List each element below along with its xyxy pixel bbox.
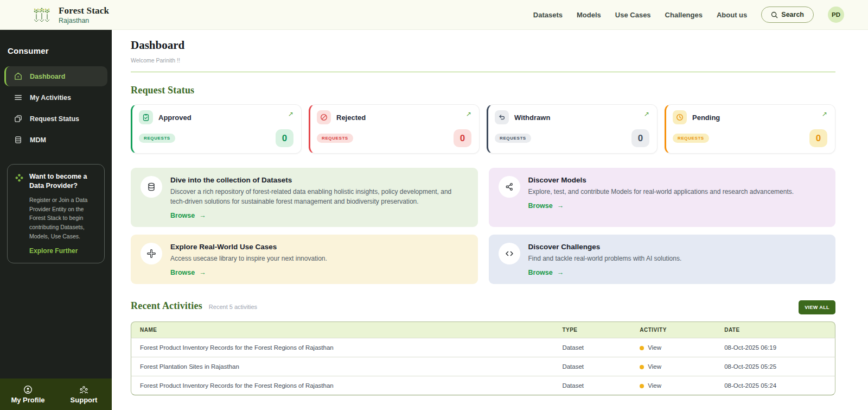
arrow-right-icon: → xyxy=(557,202,564,210)
cell-type: Dataset xyxy=(553,376,631,395)
cell-date: 08-Oct-2025 06:19 xyxy=(716,338,835,357)
search-button[interactable]: Search xyxy=(761,7,814,23)
database-icon xyxy=(14,135,23,144)
activity-dot-icon xyxy=(640,365,644,369)
column-activity: ACTIVITY xyxy=(631,321,716,338)
browse-link[interactable]: Browse→ xyxy=(528,269,564,276)
main-content: Dashboard Welcome Parinith !! Request St… xyxy=(112,30,868,410)
cell-name: Forest Product Inventory Records for the… xyxy=(131,338,553,357)
brand-subtitle: Rajasthan xyxy=(59,17,109,24)
copy-icon xyxy=(14,114,23,123)
request-status-heading: Request Status xyxy=(131,85,835,96)
external-arrow-icon[interactable]: ↗ xyxy=(644,110,649,118)
cell-activity: View xyxy=(631,376,716,395)
requests-badge: REQUESTS xyxy=(317,134,353,143)
feature-title: Discover Challenges xyxy=(528,243,682,251)
data-provider-card: Want to become a Data Provider? Register… xyxy=(7,164,105,263)
external-arrow-icon[interactable]: ↗ xyxy=(822,110,827,118)
code-icon xyxy=(499,243,520,264)
network-icon xyxy=(499,176,520,198)
user-circle-icon xyxy=(23,385,33,394)
recent-activities-subtitle: Recent 5 activities xyxy=(209,304,257,310)
browse-link[interactable]: Browse→ xyxy=(170,212,206,219)
cell-name: Forest Product Inventory Records for the… xyxy=(131,376,553,395)
withdrawn-card[interactable]: Withdrawn ↗ REQUESTS 0 xyxy=(487,104,658,154)
nav-challenges[interactable]: Challenges xyxy=(665,11,703,19)
page-title: Dashboard xyxy=(131,39,835,52)
clipboard-check-icon xyxy=(139,110,153,124)
requests-badge: REQUESTS xyxy=(495,134,531,143)
welcome-text: Welcome Parinith !! xyxy=(131,57,835,64)
request-count: 0 xyxy=(454,129,471,147)
cell-date: 08-Oct-2025 05:25 xyxy=(716,357,835,376)
datasets-feature-card[interactable]: Dive into the collection of Datasets Dis… xyxy=(131,168,478,227)
sidebar: Consumer Dashboard My Activities Request… xyxy=(0,30,112,410)
feature-desc: Explore, test, and contribute Models for… xyxy=(528,187,794,197)
view-all-button[interactable]: VIEW ALL xyxy=(799,300,835,314)
search-label: Search xyxy=(781,11,804,18)
sidebar-nav: Dashboard My Activities Request Status M… xyxy=(0,66,112,150)
feature-title: Explore Real-World Use Cases xyxy=(170,243,327,251)
flower-icon xyxy=(15,173,24,182)
status-card-label: Pending xyxy=(692,113,720,122)
brand[interactable]: Forest Stack Rajasthan xyxy=(30,3,109,26)
explore-further-link[interactable]: Explore Further xyxy=(29,247,97,255)
list-icon xyxy=(14,93,23,102)
support-label: Support xyxy=(71,396,98,404)
nav-about-us[interactable]: About us xyxy=(717,11,747,19)
search-icon xyxy=(771,11,778,18)
brand-title: Forest Stack xyxy=(59,5,109,16)
recent-activities-heading: Recent Activities xyxy=(131,300,202,312)
feature-desc: Access usecase library to inspire your n… xyxy=(170,254,327,263)
status-card-label: Approved xyxy=(158,113,192,122)
divider xyxy=(131,72,835,72)
requests-badge: REQUESTS xyxy=(139,134,175,143)
pending-card[interactable]: Pending ↗ REQUESTS 0 xyxy=(665,104,835,154)
activity-dot-icon xyxy=(640,384,644,388)
request-count: 0 xyxy=(276,129,293,147)
provider-card-title: Want to become a Data Provider? xyxy=(29,172,97,191)
table-header-row: NAME TYPE ACTIVITY DATE xyxy=(131,321,835,338)
column-type: TYPE xyxy=(553,321,631,338)
arrow-right-icon: → xyxy=(199,212,206,219)
support-button[interactable]: Support xyxy=(56,379,112,410)
external-arrow-icon[interactable]: ↗ xyxy=(466,110,471,118)
cell-type: Dataset xyxy=(553,338,631,357)
status-card-label: Rejected xyxy=(336,113,366,122)
feature-desc: Find and tackle real-world problems with… xyxy=(528,254,682,263)
sidebar-item-dashboard[interactable]: Dashboard xyxy=(4,66,107,86)
my-profile-button[interactable]: My Profile xyxy=(0,379,56,410)
sidebar-role-title: Consumer xyxy=(0,30,112,66)
rejected-card[interactable]: Rejected ↗ REQUESTS 0 xyxy=(309,104,480,154)
sidebar-item-my-activities[interactable]: My Activities xyxy=(4,87,107,108)
user-avatar[interactable]: PD xyxy=(828,7,844,23)
external-arrow-icon[interactable]: ↗ xyxy=(288,110,293,118)
table-row[interactable]: Forest Plantation Sites in Rajasthan Dat… xyxy=(131,357,835,376)
feature-title: Dive into the collection of Datasets xyxy=(170,176,467,184)
cell-activity: View xyxy=(631,357,716,376)
sidebar-item-mdm[interactable]: MDM xyxy=(4,130,107,150)
nav-datasets[interactable]: Datasets xyxy=(533,11,563,19)
cell-type: Dataset xyxy=(553,357,631,376)
column-date: DATE xyxy=(716,321,835,338)
approved-card[interactable]: Approved ↗ REQUESTS 0 xyxy=(131,104,302,154)
undo-arrow-icon xyxy=(495,110,509,124)
clock-icon xyxy=(673,110,687,124)
browse-link[interactable]: Browse→ xyxy=(528,202,564,210)
nav-use-cases[interactable]: Use Cases xyxy=(615,11,651,19)
browse-link[interactable]: Browse→ xyxy=(170,269,206,276)
activity-dot-icon xyxy=(640,346,644,350)
nav-models[interactable]: Models xyxy=(577,11,601,19)
models-feature-card[interactable]: Discover Models Explore, test, and contr… xyxy=(489,168,836,227)
sidebar-item-request-status[interactable]: Request Status xyxy=(4,109,107,129)
request-count: 0 xyxy=(809,129,827,147)
sidebar-footer: My Profile Support xyxy=(0,379,112,410)
recent-activities-table: NAME TYPE ACTIVITY DATE Forest Product I… xyxy=(131,321,835,395)
use-cases-feature-card[interactable]: Explore Real-World Use Cases Access usec… xyxy=(131,235,478,284)
database-icon xyxy=(141,176,162,198)
recent-activities-header: Recent Activities Recent 5 activities VI… xyxy=(131,300,835,314)
requests-badge: REQUESTS xyxy=(673,134,709,143)
challenges-feature-card[interactable]: Discover Challenges Find and tackle real… xyxy=(489,235,836,284)
table-row[interactable]: Forest Product Inventory Records for the… xyxy=(131,376,835,395)
table-row[interactable]: Forest Product Inventory Records for the… xyxy=(131,338,835,357)
